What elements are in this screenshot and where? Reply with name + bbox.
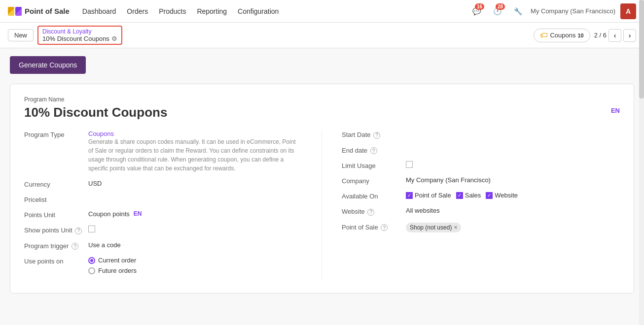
program-trigger-value[interactable]: Use a code xyxy=(88,241,121,249)
breadcrumb: Discount & Loyalty 10% Discount Coupons … xyxy=(37,26,122,45)
pagination-next[interactable]: › xyxy=(623,29,636,42)
radio-current-order[interactable] xyxy=(88,257,95,264)
field-company: Company My Company (San Francisco) xyxy=(342,176,620,185)
avail-website-label: Website xyxy=(495,192,518,199)
top-right-actions: 💬 16 🕐 28 🔧 My Company (San Francisco) A xyxy=(468,3,636,19)
pos-tag[interactable]: Shop (not used) × xyxy=(406,223,461,232)
page-content: Generate Coupons Program Name 10% Discou… xyxy=(0,48,644,325)
currency-label: Currency xyxy=(24,180,88,188)
points-unit-value[interactable]: Coupon points xyxy=(88,210,130,218)
use-points-label: Use points on xyxy=(24,257,88,265)
show-points-label: Show points Unit ? xyxy=(24,226,88,234)
option1-label: Current order xyxy=(98,257,136,264)
field-points-unit: Points Unit Coupon points EN xyxy=(24,210,302,219)
secondary-navigation: New Discount & Loyalty 10% Discount Coup… xyxy=(0,23,644,48)
gear-icon[interactable]: ⚙ xyxy=(111,35,117,42)
settings-button[interactable]: 🔧 xyxy=(510,3,526,19)
new-button[interactable]: New xyxy=(8,29,34,41)
form-right: Start Date ? End date ? Limit Usage xyxy=(322,130,620,281)
scrollbar-thumb[interactable] xyxy=(639,0,644,98)
pagination: 2 / 6 ‹ › xyxy=(594,29,636,42)
pos-tag-remove[interactable]: × xyxy=(454,224,457,231)
settings-icon: 🔧 xyxy=(514,7,522,15)
end-date-tooltip: ? xyxy=(370,147,377,154)
field-point-of-sale: Point of Sale ? Shop (not used) × xyxy=(342,223,620,232)
avail-sales-label: Sales xyxy=(465,192,481,199)
field-start-date: Start Date ? xyxy=(342,130,620,139)
messages-badge: 16 xyxy=(475,3,484,10)
limit-usage-checkbox[interactable] xyxy=(406,161,413,168)
tag-icon: 🏷 xyxy=(540,31,548,40)
coupons-badge[interactable]: 🏷 Coupons 10 xyxy=(534,29,590,42)
breadcrumb-current: 10% Discount Coupons ⚙ xyxy=(42,35,117,42)
end-date-label: End date ? xyxy=(342,146,406,155)
show-points-tooltip: ? xyxy=(75,228,82,234)
show-points-checkbox[interactable] xyxy=(88,226,95,232)
point-of-sale-label: Point of Sale ? xyxy=(342,223,406,231)
coupons-count: 10 xyxy=(577,32,583,38)
nav-configuration[interactable]: Configuration xyxy=(233,5,284,17)
avail-pos[interactable]: ✓ Point of Sale xyxy=(406,192,451,199)
program-type-label: Program Type xyxy=(24,130,88,138)
activity-button[interactable]: 🕐 28 xyxy=(489,3,505,19)
field-program-type: Program Type Coupons Generate & share co… xyxy=(24,130,302,173)
pos-checkbox[interactable]: ✓ xyxy=(406,192,413,199)
logo-icon xyxy=(8,6,22,16)
program-trigger-tooltip: ? xyxy=(72,243,78,250)
avatar-initials: A xyxy=(626,7,631,15)
company-value[interactable]: My Company (San Francisco) xyxy=(406,176,491,184)
avail-sales[interactable]: ✓ Sales xyxy=(456,192,481,199)
nav-reporting[interactable]: Reporting xyxy=(192,5,232,17)
company-label: Company xyxy=(342,176,406,185)
currency-value[interactable]: USD xyxy=(88,180,102,187)
option2-label: Future orders xyxy=(98,267,137,274)
activity-badge: 28 xyxy=(496,3,505,10)
form-left: Program Type Coupons Generate & share co… xyxy=(24,130,322,281)
field-available-on: Available On ✓ Point of Sale ✓ Sales ✓ W xyxy=(342,192,620,200)
pos-tag-label: Shop (not used) xyxy=(410,224,452,231)
available-on-label: Available On xyxy=(342,192,406,200)
field-end-date: End date ? xyxy=(342,146,620,155)
website-label: Website ? xyxy=(342,207,406,216)
en-button-top[interactable]: EN xyxy=(611,107,620,114)
pagination-info: 2 / 6 xyxy=(594,32,607,39)
use-points-option1[interactable]: Current order xyxy=(88,257,137,264)
scrollbar-track xyxy=(639,0,644,325)
form-card: Program Name 10% Discount Coupons EN Pro… xyxy=(10,84,634,293)
start-date-tooltip: ? xyxy=(373,132,380,139)
field-currency: Currency USD xyxy=(24,180,302,188)
nav-products[interactable]: Products xyxy=(154,5,191,17)
field-website: Website ? All websites xyxy=(342,207,620,216)
available-on-options: ✓ Point of Sale ✓ Sales ✓ Website xyxy=(406,192,518,199)
sales-checkbox[interactable]: ✓ xyxy=(456,192,463,199)
program-type-value[interactable]: Coupons xyxy=(88,130,302,137)
form-grid: Program Type Coupons Generate & share co… xyxy=(24,130,620,281)
breadcrumb-parent[interactable]: Discount & Loyalty xyxy=(42,28,117,35)
coupons-label: Coupons xyxy=(550,32,575,39)
app-logo[interactable]: Point of Sale xyxy=(8,6,70,16)
field-pricelist: Pricelist xyxy=(24,195,302,203)
limit-usage-label: Limit Usage xyxy=(342,161,406,169)
top-navigation: Point of Sale Dashboard Orders Products … xyxy=(0,0,644,23)
website-tooltip: ? xyxy=(367,209,374,216)
messages-button[interactable]: 💬 16 xyxy=(468,3,484,19)
website-value[interactable]: All websites xyxy=(406,207,440,214)
radio-future-orders[interactable] xyxy=(88,267,95,274)
nav-dashboard[interactable]: Dashboard xyxy=(77,5,121,17)
en-inline-button[interactable]: EN xyxy=(134,210,142,217)
field-use-points: Use points on Current order Future order… xyxy=(24,257,302,274)
use-points-option2[interactable]: Future orders xyxy=(88,267,137,274)
website-checkbox[interactable]: ✓ xyxy=(486,192,493,199)
avail-website[interactable]: ✓ Website xyxy=(486,192,518,199)
program-type-desc: Generate & share coupon codes manually. … xyxy=(88,137,302,173)
program-trigger-label: Program trigger ? xyxy=(24,241,88,250)
avail-pos-label: Point of Sale xyxy=(415,192,451,199)
use-points-options: Current order Future orders xyxy=(88,257,137,274)
pagination-prev[interactable]: ‹ xyxy=(608,29,621,42)
main-menu: Dashboard Orders Products Reporting Conf… xyxy=(77,5,466,17)
nav-orders[interactable]: Orders xyxy=(122,5,153,17)
field-limit-usage: Limit Usage xyxy=(342,161,620,169)
app-title: Point of Sale xyxy=(25,7,70,15)
generate-coupons-button[interactable]: Generate Coupons xyxy=(10,56,86,74)
avatar[interactable]: A xyxy=(620,3,636,19)
